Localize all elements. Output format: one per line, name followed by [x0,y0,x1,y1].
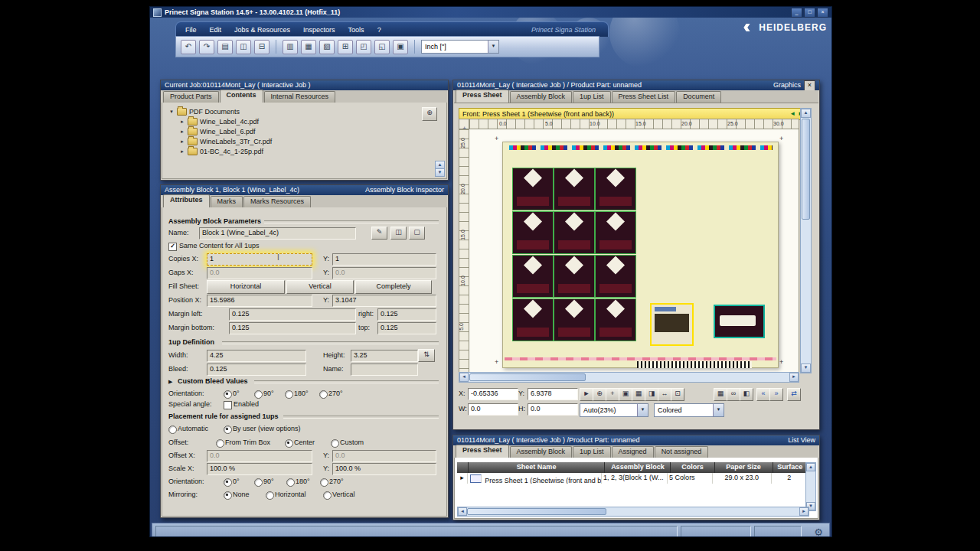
scroll-down-button[interactable]: ▼ [801,364,811,373]
mirroring-vertical-radio[interactable] [323,491,332,500]
scroll-left-button[interactable]: ◄ [458,507,467,516]
wine-label-1up[interactable] [554,211,595,254]
table-header-surface[interactable]: Surface [773,462,808,473]
menu-inspectors[interactable]: Inspectors [303,26,335,34]
fill-completely-button[interactable]: Completely [355,280,432,294]
placement-automatic-radio[interactable] [168,425,177,434]
save-job-icon[interactable]: ◫ [236,40,251,54]
tab-assembly-block[interactable]: Assembly Block [510,91,573,103]
unit-select[interactable]: Inch ["] ▼ [421,40,499,54]
margin-bottom-field[interactable]: 0.125 [229,322,356,334]
wine-label-1up[interactable] [512,255,554,298]
wine-label-1up[interactable] [595,298,636,341]
thumbnail-view-icon[interactable]: ▦ [714,388,727,401]
wine-label-1up[interactable] [512,211,554,254]
menu-tools[interactable]: Tools [348,26,364,34]
wine-label-1up[interactable] [512,168,554,210]
orientation-90-radio[interactable] [254,390,263,399]
scrollbar-thumb[interactable] [467,508,606,515]
zoom-select[interactable]: Auto(23%) ▼ [580,403,648,417]
press-sheet-canvas[interactable]: + + + + [469,129,799,373]
menu-edit[interactable]: Edit [210,26,222,34]
rename-block-icon[interactable]: ✎ [371,227,387,240]
custom-bleed-expander-icon[interactable]: ▶ [168,377,172,386]
section-custom-bleed[interactable]: Custom Bleed Values [178,377,248,385]
maximize-button[interactable]: □ [804,8,815,18]
margin-top-field[interactable]: 0.125 [377,322,436,334]
measure-tool-icon[interactable]: ↔ [658,388,671,401]
oneup-view-icon[interactable]: ⊞ [338,40,353,54]
fit-view-icon[interactable]: ▣ [619,388,632,401]
sheet-view-icon[interactable]: ▦ [301,40,316,54]
horizontal-scrollbar[interactable]: ◄ ► [459,372,799,383]
copies-x-field[interactable]: 1 [207,253,312,266]
scroll-right-button[interactable]: ► [789,373,799,382]
margin-left-field[interactable]: 0.125 [229,308,356,321]
orientation-270-radio[interactable] [319,390,328,399]
print-icon[interactable]: ⊟ [254,40,270,54]
selected-label-teal[interactable] [714,305,765,338]
list-vertical-scrollbar[interactable]: ▲ ▼ [805,462,816,511]
y-coord-field[interactable]: 6.9378 [528,388,578,400]
fill-vertical-button[interactable]: Vertical [286,280,354,294]
wine-label-1up[interactable] [554,255,595,298]
scrollbar-thumb[interactable] [469,373,586,381]
scroll-down-button[interactable]: ▼ [435,168,445,177]
mirroring-horizontal-radio[interactable] [266,491,274,500]
width-field[interactable]: 4.25 [207,350,306,362]
table-row[interactable]: ▸ Press Sheet 1 (Sheetwise (front and ba… [457,473,808,484]
h-field[interactable]: 0.0 [528,403,578,416]
placement-by-user-radio[interactable] [224,425,232,434]
wine-label-1up[interactable] [512,298,554,341]
graphics-close-icon[interactable]: × [804,80,815,91]
document-view-icon[interactable]: ▥ [283,40,298,54]
chevron-down-icon[interactable]: ▼ [637,404,648,416]
zoom-tool-icon[interactable]: ⊕ [593,388,606,401]
margin-right-field[interactable]: 0.125 [377,308,436,321]
tree-open-icon[interactable]: ▾ [168,109,175,115]
offset-from-trim-radio[interactable] [216,439,224,448]
fill-horizontal-button[interactable]: Horizontal [207,280,285,294]
chevron-down-icon[interactable]: ▼ [488,41,498,53]
add-document-button[interactable]: ⊕ [422,107,437,121]
tab-marks[interactable]: Marks [211,196,243,207]
minimize-button[interactable]: _ [791,8,802,18]
scale-y-field[interactable]: 100.0 % [332,463,436,475]
delete-block-icon[interactable]: ▢ [409,227,425,240]
block-name-field[interactable]: Block 1 (Wine_Label_4c) [199,227,356,240]
tree-closed-icon[interactable]: ▸ [179,129,185,135]
list-horizontal-scrollbar[interactable]: ◄ ► [457,507,809,517]
placement-orientation-270-radio[interactable] [320,478,328,487]
w-field[interactable]: 0.0 [468,403,518,416]
tree-closed-icon[interactable]: ▸ [179,148,185,155]
render-mode-select[interactable]: Colored ▼ [654,403,724,417]
open-job-icon[interactable]: ▤ [217,40,233,54]
position-y-field[interactable]: 3.1047 [332,295,436,307]
tree-closed-icon[interactable]: ▸ [179,119,185,125]
mirroring-none-radio[interactable] [224,491,232,500]
copies-y-field[interactable]: 1 [332,253,436,266]
redo-icon[interactable]: ↷ [199,40,214,54]
position-x-field[interactable]: 15.5986 [207,295,312,307]
tab-contents[interactable]: Contents [220,90,263,103]
table-header-paper-size[interactable]: Paper Size [715,462,773,473]
tree-item-pdf[interactable]: ▸ Wine_Label_4c.pdf [168,116,446,126]
tab-list-1up-list[interactable]: 1up List [573,446,611,458]
tree-closed-icon[interactable]: ▸ [179,139,185,145]
tab-list-assembly-block[interactable]: Assembly Block [510,446,573,458]
offset-y-field[interactable]: 0.0 [332,450,436,462]
tab-list-press-sheet[interactable]: Press Sheet [456,445,509,458]
undo-icon[interactable]: ↶ [181,40,196,54]
wine-label-1up[interactable] [595,168,636,210]
wine-label-1up[interactable] [554,168,595,210]
table-header-sheet-name[interactable]: Sheet Name [469,462,606,473]
spread-view-icon[interactable]: ◧ [740,388,753,401]
pointer-tool-icon[interactable]: ► [580,388,593,401]
tab-press-sheet[interactable]: Press Sheet [456,90,509,103]
first-sheet-icon[interactable]: « [756,388,770,401]
tree-item-pdf[interactable]: ▸ WineLabels_3Tr_Cr.pdf [168,136,446,146]
special-angle-checkbox[interactable] [224,401,232,409]
orientation-180-radio[interactable] [285,390,293,399]
tab-list-assigned[interactable]: Assigned [612,446,654,458]
offset-center-radio[interactable] [285,439,293,448]
